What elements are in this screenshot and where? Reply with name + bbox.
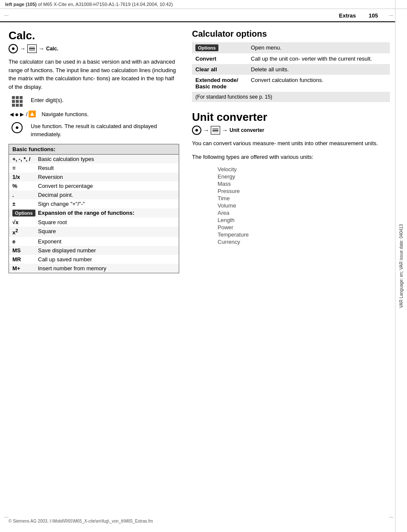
topbar-normal: of M65 X-Cite en, A31008-H7150-A1-1-7619… <box>38 2 173 7</box>
options-row-open-menu: Options Open menu. <box>192 42 390 53</box>
options-desc-convert: Call up the unit con- verter with the cu… <box>247 53 390 64</box>
keypad-icon <box>9 96 26 107</box>
page-header-title: Extras <box>339 12 356 19</box>
func-desc-mr: Call up saved number <box>38 256 175 263</box>
func-row-sign: ± Sign change "+"/"-" <box>9 199 179 208</box>
func-row-basic-ops: +, -, *, / Basic calculation types <box>9 155 179 164</box>
unit-velocity: Velocity <box>218 166 390 172</box>
unit-energy: Energy <box>218 173 390 180</box>
func-desc-mplus: Insert number from memory <box>38 265 175 272</box>
func-key-mplus: M+ <box>12 265 38 272</box>
options-row-clearall: Clear all Delete all units. <box>192 64 390 75</box>
func-row-equals: = Result <box>9 164 179 172</box>
func-key-exponent: e <box>12 238 38 245</box>
right-sidebar: VAR Language: en; VAR issue date: 040413 <box>395 0 407 532</box>
calc-nav-line: → → Calc. <box>9 44 179 53</box>
function-description: Use function. The result is calculated a… <box>31 122 179 139</box>
navigate-description: Navigate functions. <box>41 110 89 119</box>
unit-time: Time <box>218 195 390 202</box>
center-button-icon-2 <box>192 126 201 135</box>
calc-nav-label: Calc. <box>46 46 58 52</box>
options-row-convert: Convert Call up the unit con- verter wit… <box>192 53 390 64</box>
func-desc-ops: Basic calculation types <box>38 156 175 162</box>
page-header: Extras 105 <box>0 9 395 22</box>
unit-currency: Currency <box>218 239 390 245</box>
left-column: Calc. → → Calc. The calculator can be us… <box>9 22 188 273</box>
function-icon <box>9 122 26 133</box>
functions-table: Basic functions: +, -, *, / Basic calcul… <box>9 144 179 273</box>
unit-list: Velocity Energy Mass Pressure Time Volum… <box>192 166 390 245</box>
func-key-sqrt: √x <box>12 219 38 225</box>
func-key-reciprocal: 1/x <box>12 174 38 180</box>
unit-power: Power <box>218 224 390 231</box>
main-content: Calc. → → Calc. The calculator can be us… <box>0 22 395 282</box>
func-row-mr: MR Call up saved number <box>9 255 179 264</box>
right-column: Calculator options Options Open menu. Co… <box>188 22 390 273</box>
menu-icon <box>27 44 37 53</box>
func-row-ms: MS Save displayed number <box>9 246 179 255</box>
options-button-table: Options <box>12 210 35 216</box>
func-key-decimal: . <box>12 192 38 198</box>
func-desc-options: Expansion of the range of functions: <box>38 210 175 216</box>
func-key-ms: MS <box>12 247 38 254</box>
func-row-percent: % Convert to percentage <box>9 181 179 190</box>
unit-converter-title: Unit converter <box>192 111 390 124</box>
calc-body-text: The calculator can be used in a basic ve… <box>9 58 179 91</box>
func-row-mplus: M+ Insert number from memory <box>9 264 179 273</box>
func-desc-equals: Result <box>38 165 175 171</box>
func-desc-square: Square <box>38 228 175 234</box>
center-button-icon <box>9 44 18 53</box>
icon-row-digit: Enter digit(s). <box>9 96 179 107</box>
options-button-calc: Options <box>195 44 218 51</box>
func-desc-decimal: Decimal point. <box>38 192 175 198</box>
arrow3: → <box>203 127 209 134</box>
topbar-bold: left page (105) <box>5 2 37 7</box>
unit-mass: Mass <box>218 181 390 187</box>
options-desc-extended: Convert calculation functions. <box>247 75 390 92</box>
navigate-icon: ◄●►/🔼 <box>9 110 36 118</box>
footer-bar: © Siemens AG 2003, I:\Mobil\R65\M65_X-ci… <box>9 519 390 523</box>
options-desc-clearall: Delete all units. <box>247 64 390 75</box>
arrow2: → <box>38 45 44 52</box>
unit-converter-intro1: You can convert various measure- ment un… <box>192 139 390 148</box>
corner-mark-tr: — <box>389 13 393 18</box>
unit-area: Area <box>218 210 390 216</box>
right-sidebar-text: VAR Language: en; VAR issue date: 040413 <box>399 224 404 308</box>
functions-table-header: Basic functions: <box>9 144 179 155</box>
func-key-percent: % <box>12 183 38 189</box>
unit-temperature: Temperature <box>218 231 390 238</box>
calc-options-table: Options Open menu. Convert Call up the u… <box>192 42 390 102</box>
func-row-reciprocal: 1/x Reversion <box>9 172 179 181</box>
options-key-clearall: Clear all <box>192 64 247 75</box>
calc-title: Calc. <box>9 29 179 42</box>
func-key-equals: = <box>12 165 38 171</box>
func-row-exponent: e Exponent <box>9 237 179 246</box>
func-row-options: Options Expansion of the range of functi… <box>9 208 179 218</box>
func-desc-exponent: Exponent <box>38 238 175 245</box>
func-desc-percent: Convert to percentage <box>38 183 175 189</box>
top-bar: left page (105) of M65 X-Cite en, A31008… <box>0 0 407 9</box>
func-row-decimal: . Decimal point. <box>9 190 179 199</box>
func-row-sqrt: √x Square root <box>9 218 179 227</box>
options-key-extended: Extended mode/Basic mode <box>192 75 247 92</box>
corner-mark-bl: — <box>4 514 9 519</box>
func-key-options-area: Options <box>12 210 38 216</box>
menu-icon-2 <box>211 126 220 134</box>
unit-converter-nav-label: Unit converter <box>230 127 264 133</box>
options-row-extended: Extended mode/Basic mode Convert calcula… <box>192 75 390 92</box>
corner-mark-tl: — <box>4 13 9 18</box>
calc-options-title: Calculator options <box>192 29 390 39</box>
options-note: (For standard functions see p. 15) <box>192 92 390 102</box>
func-desc-ms: Save displayed number <box>38 247 175 254</box>
options-row-note: (For standard functions see p. 15) <box>192 92 390 102</box>
page-number: 105 <box>369 12 378 19</box>
func-row-square: x2 Square <box>9 227 179 237</box>
func-desc-sign: Sign change "+"/"-" <box>38 201 175 207</box>
func-key-ops: +, -, *, / <box>12 156 38 162</box>
footer-left-text: © Siemens AG 2003, I:\Mobil\R65\M65_X-ci… <box>9 519 153 523</box>
options-key-open: Options <box>192 42 247 53</box>
arrow4: → <box>222 127 228 134</box>
func-key-square: x2 <box>12 228 38 236</box>
options-desc-open: Open menu. <box>247 42 390 53</box>
icon-row-navigate: ◄●►/🔼 Navigate functions. <box>9 110 179 119</box>
